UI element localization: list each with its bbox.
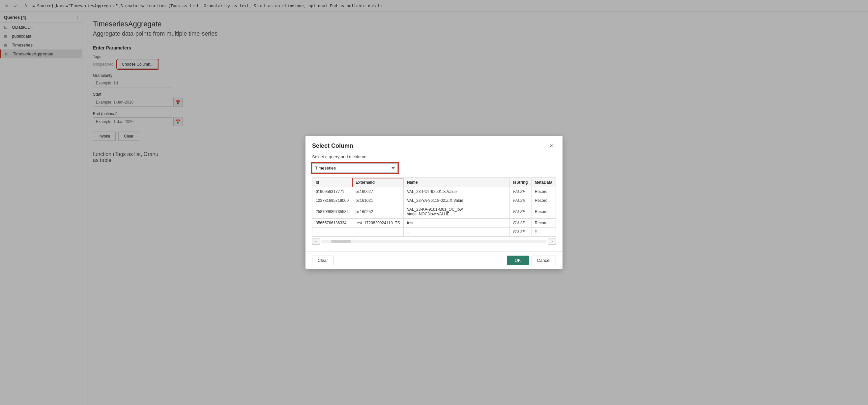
cell-isstring: FALSE bbox=[509, 187, 531, 196]
modal-close-button[interactable]: × bbox=[547, 141, 556, 150]
table-row[interactable]: 6190956317771 pi:160627 VAL_23-PDT-92501… bbox=[312, 187, 556, 196]
table-row[interactable]: 258709889735584 pi:160252 VAL_23-KA-9101… bbox=[312, 205, 556, 219]
modal-header: Select Column × bbox=[306, 136, 562, 154]
cell-id: 6190956317771 bbox=[312, 187, 352, 196]
cell-isstring: FALSE bbox=[509, 205, 531, 219]
cell-externalid: test_1720820924110_TS bbox=[352, 219, 404, 228]
cell-metadata: Record bbox=[531, 219, 556, 228]
select-column-modal: Select Column × Select a query and a col… bbox=[306, 136, 562, 269]
modal-overlay: Select Column × Select a query and a col… bbox=[0, 0, 868, 405]
cell-metadata: Record bbox=[531, 187, 556, 196]
cell-externalid-truncated: ... bbox=[352, 228, 404, 236]
footer-left: Clear bbox=[312, 256, 334, 265]
modal-title: Select Column bbox=[312, 143, 353, 149]
modal-body: Select a query and a column Timeseries p… bbox=[306, 154, 562, 251]
modal-footer: Clear OK Cancel bbox=[306, 251, 562, 269]
cell-isstring-truncated: FALSE bbox=[509, 228, 531, 236]
cell-name: VAL_23-YA-96118-02:Z.X.Value bbox=[403, 196, 509, 205]
cell-externalid: pi:160252 bbox=[352, 205, 404, 219]
cell-id-truncated: ... bbox=[312, 228, 352, 236]
cell-name: VAL_23-PDT-92501:X.Value bbox=[403, 187, 509, 196]
cell-externalid: pi:160627 bbox=[352, 187, 404, 196]
column-header-externalid[interactable]: ExternalId bbox=[352, 178, 404, 187]
modal-ok-button[interactable]: OK bbox=[507, 256, 529, 265]
column-header-isstring[interactable]: IsString bbox=[509, 178, 531, 187]
column-header-name[interactable]: Name bbox=[403, 178, 509, 187]
modal-cancel-button[interactable]: Cancel bbox=[531, 256, 556, 265]
cell-isstring: FALSE bbox=[509, 196, 531, 205]
data-table: Id ExternalId Name IsString MetaData 619… bbox=[312, 177, 556, 236]
modal-instruction: Select a query and a column bbox=[312, 154, 556, 159]
table-row[interactable]: 123781695719000 pi:161021 VAL_23-YA-9611… bbox=[312, 196, 556, 205]
query-dropdown-row: Timeseries publicdata ODataCDF bbox=[312, 163, 556, 173]
data-table-container: Id ExternalId Name IsString MetaData 619… bbox=[312, 177, 556, 236]
footer-right: OK Cancel bbox=[507, 256, 556, 265]
cell-id: 258709889735584 bbox=[312, 205, 352, 219]
column-header-metadata[interactable]: MetaData bbox=[531, 178, 556, 187]
cell-metadata: Record bbox=[531, 205, 556, 219]
column-header-id[interactable]: Id bbox=[312, 178, 352, 187]
scroll-right-button[interactable]: › bbox=[548, 238, 556, 245]
modal-clear-button[interactable]: Clear bbox=[312, 256, 334, 265]
table-scroll-row: ‹ › bbox=[312, 236, 556, 246]
cell-name: test bbox=[403, 219, 509, 228]
horizontal-scrollbar[interactable] bbox=[321, 240, 547, 243]
cell-metadata: Record bbox=[531, 196, 556, 205]
scrollbar-thumb bbox=[331, 240, 351, 243]
cell-externalid: pi:161021 bbox=[352, 196, 404, 205]
cell-name: VAL_23-KA-9101-M01_OC_low stage_NOC3low:… bbox=[403, 205, 509, 219]
query-select[interactable]: Timeseries publicdata ODataCDF bbox=[312, 163, 398, 173]
table-row[interactable]: 35665766136334 test_1720820924110_TS tes… bbox=[312, 219, 556, 228]
cell-id: 123781695719000 bbox=[312, 196, 352, 205]
cell-metadata-truncated: R... bbox=[531, 228, 556, 236]
cell-isstring: FALSE bbox=[509, 219, 531, 228]
cell-id: 35665766136334 bbox=[312, 219, 352, 228]
cell-name-truncated: ... bbox=[403, 228, 509, 236]
table-row-truncated: ... ... ... FALSE R... bbox=[312, 228, 556, 236]
scroll-left-button[interactable]: ‹ bbox=[312, 238, 320, 245]
